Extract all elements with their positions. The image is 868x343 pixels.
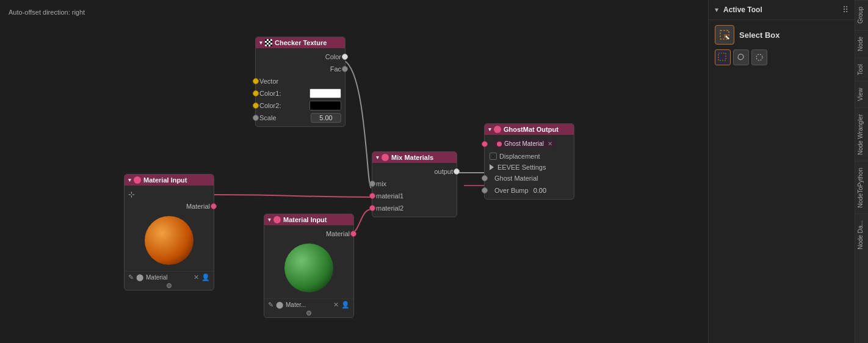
material-1-close[interactable]: ✕: [193, 273, 199, 281]
ghostmat-header[interactable]: ▾ GhostMat Output: [485, 124, 574, 135]
bottom-dot-1: [167, 283, 172, 288]
circle-select-icon: [754, 52, 764, 62]
material-input-2-body: Material: [264, 225, 353, 298]
material-2-name: Mater...: [286, 301, 331, 308]
mix-materials-icon: [382, 154, 389, 161]
socket-vector-in[interactable]: [253, 78, 259, 84]
select-box-icon-box[interactable]: [715, 25, 734, 45]
mix-mat1-row: material1: [372, 190, 457, 202]
tab-tool[interactable]: Tool: [855, 57, 868, 81]
material-1-socket-out[interactable]: [211, 203, 217, 209]
mix-mat2-socket[interactable]: [369, 205, 375, 211]
socket-color-out[interactable]: [342, 54, 348, 60]
mix-output-label: output: [376, 168, 453, 175]
collapse-arrow-2[interactable]: ▾: [268, 217, 271, 223]
box-select-tool[interactable]: [715, 49, 731, 65]
material-1-out-label: Material: [128, 203, 210, 210]
scale-value[interactable]: 5.00: [311, 113, 341, 123]
socket-color1-in[interactable]: [253, 90, 259, 96]
ghost-material-tag-label: Ghost Material: [504, 140, 544, 147]
tool-icons-row: [715, 49, 848, 65]
material-2-socket-out[interactable]: [350, 231, 356, 237]
checker-texture-header[interactable]: ▾ Checker Texture: [256, 37, 345, 48]
mix-output-row: output: [372, 165, 457, 178]
eevee-toggle[interactable]: [490, 164, 494, 170]
socket-color2-row: Color2:: [256, 99, 345, 112]
ghostmat-output-node[interactable]: ▾ GhostMat Output Ghost Material ✕ Displ…: [484, 123, 574, 200]
tab-node[interactable]: Node: [855, 30, 868, 57]
mix-materials-title: Mix Materials: [391, 154, 433, 161]
mix-materials-header[interactable]: ▾ Mix Materials: [372, 152, 457, 163]
connections-svg: [0, 0, 708, 343]
material-1-out-row: Material: [125, 200, 214, 212]
ghost-mat-socket[interactable]: [482, 175, 488, 181]
tab-group[interactable]: Group: [855, 0, 868, 30]
sphere-orange: [145, 216, 193, 265]
tab-node-to-python[interactable]: NodeToPython: [855, 161, 868, 214]
material-1-footer: ✎ ⬤ Material ✕ 👤: [125, 271, 214, 283]
active-tool-chevron[interactable]: ▾: [715, 5, 718, 14]
circle-select-tool[interactable]: [751, 49, 767, 65]
edit-icon-1[interactable]: ✎: [128, 273, 134, 281]
node-canvas: Auto-offset direction: right ▾ Checker T…: [0, 0, 708, 343]
material-input-node-1[interactable]: ▾ Material Input ⊹ Material ✎ ⬤ Material…: [124, 174, 214, 291]
checker-texture-body: Color Fac Vector Color1: Color2:: [256, 48, 345, 126]
box-select-icon: [718, 52, 728, 62]
lasso-select-tool[interactable]: [733, 49, 749, 65]
checker-texture-title: Checker Texture: [275, 39, 327, 46]
active-tool-row: Select Box: [715, 25, 848, 45]
lasso-select-icon: [736, 52, 746, 62]
collapse-arrow[interactable]: ▾: [259, 40, 262, 46]
svg-point-4: [756, 54, 762, 60]
ghost-material-tag[interactable]: Ghost Material ✕: [493, 140, 556, 148]
over-bump-socket[interactable]: [482, 187, 488, 193]
material-input-1-body: ⊹ Material: [125, 186, 214, 271]
edit-icon-2[interactable]: ✎: [268, 301, 273, 309]
socket-color2-in[interactable]: [253, 103, 259, 109]
select-box-svg-icon: [719, 29, 730, 40]
active-tool-title: Active Tool: [723, 5, 837, 14]
mix-output-socket[interactable]: [454, 168, 460, 175]
material-input-2-icon: [273, 216, 281, 223]
socket-color1-label: Color1:: [259, 90, 307, 97]
mix-materials-body: output mix material1 material2: [372, 163, 457, 217]
panel-menu-dots[interactable]: ⠿: [842, 5, 848, 15]
select-box-label: Select Box: [739, 31, 779, 40]
socket-fac-out[interactable]: [342, 66, 348, 72]
mix-materials-node[interactable]: ▾ Mix Materials output mix material1 mat…: [372, 151, 457, 217]
ghost-tag-row: Ghost Material ✕: [485, 137, 574, 150]
collapse-arrow-3[interactable]: ▾: [376, 154, 379, 161]
socket-scale-in[interactable]: [253, 115, 259, 121]
material-input-1-icon: [134, 176, 141, 184]
mix-mat1-label: material1: [376, 192, 453, 200]
tab-node-dat[interactable]: Node Da...: [855, 214, 868, 256]
collapse-arrow-4[interactable]: ▾: [488, 126, 491, 132]
mix-mix-socket[interactable]: [369, 181, 375, 187]
collapse-arrow-1[interactable]: ▾: [128, 177, 131, 183]
material-input-node-2[interactable]: ▾ Material Input Material ✎ ⬤ Mater... ✕…: [264, 214, 354, 318]
material-input-2-header[interactable]: ▾ Material Input: [264, 214, 353, 225]
over-bump-value[interactable]: 0.00: [533, 187, 558, 194]
checker-texture-node[interactable]: ▾ Checker Texture Color Fac Vector Color…: [255, 37, 345, 127]
ghostmat-icon: [494, 126, 501, 133]
eevee-row[interactable]: EEVEE Settings: [485, 162, 574, 172]
material-input-1-header[interactable]: ▾ Material Input: [125, 175, 214, 186]
tag-close[interactable]: ✕: [548, 140, 552, 147]
checker-texture-icon: [265, 39, 272, 46]
color1-swatch[interactable]: [309, 88, 341, 98]
socket-vector-row: Vector: [256, 75, 345, 87]
tab-node-wrangler[interactable]: Node Wrangler: [855, 107, 868, 161]
mix-mat1-socket[interactable]: [369, 193, 375, 199]
material-2-bottom: [264, 311, 353, 317]
material-2-close[interactable]: ✕: [333, 301, 339, 309]
tab-view[interactable]: View: [855, 81, 868, 107]
color2-swatch[interactable]: [309, 101, 341, 110]
socket-color-row: Color: [256, 51, 345, 63]
material-1-name: Material: [146, 274, 191, 281]
socket-color2-label: Color2:: [259, 102, 307, 109]
displacement-checkbox[interactable]: [490, 153, 497, 160]
over-bump-row: Over Bump 0.00: [485, 184, 574, 197]
ghostmat-input-socket[interactable]: [482, 141, 488, 147]
material-1-preview: [125, 212, 214, 269]
move-row: ⊹: [125, 188, 214, 200]
